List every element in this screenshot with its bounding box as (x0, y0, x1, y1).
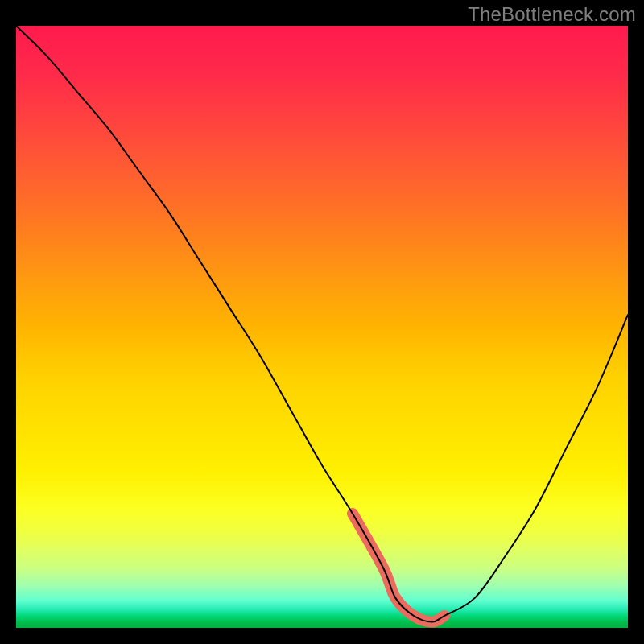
watermark-text: TheBottleneck.com (468, 3, 636, 26)
chart-container: TheBottleneck.com (0, 0, 644, 644)
curve-line (16, 26, 628, 622)
curve-highlight (353, 514, 444, 622)
plot-area (16, 26, 628, 628)
bottleneck-curve (16, 26, 628, 628)
